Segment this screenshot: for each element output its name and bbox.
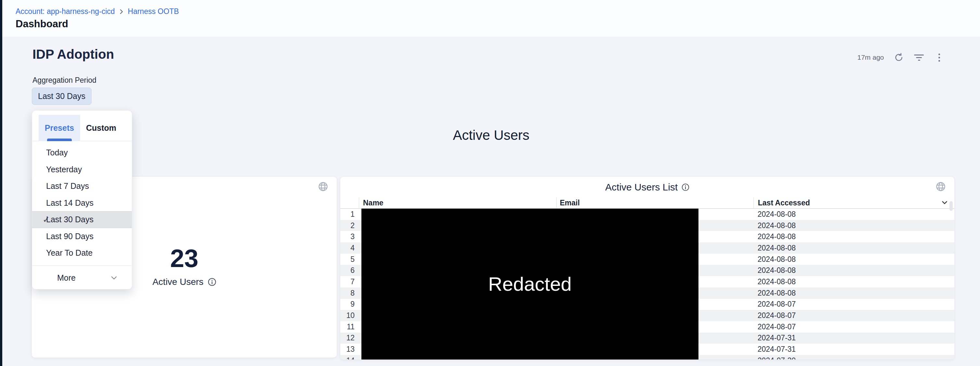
- cell-num: 13: [340, 344, 359, 355]
- column-header-email[interactable]: Email: [556, 197, 753, 208]
- breadcrumb-dashboard-link[interactable]: Harness OOTB: [128, 7, 179, 16]
- date-range-dropdown: Presets Custom TodayYesterdayLast 7 Days…: [32, 110, 132, 290]
- cell-num: 11: [340, 321, 359, 333]
- column-header-last-accessed[interactable]: Last Accessed: [753, 197, 955, 208]
- cell-num: 8: [340, 287, 359, 299]
- breadcrumb-account-link[interactable]: Account: app-harness-ng-cicd: [16, 7, 115, 16]
- cell-last: 2024-08-07: [753, 321, 955, 333]
- preset-option[interactable]: Last 90 Days: [32, 228, 132, 245]
- section-heading: Active Users: [2, 128, 980, 143]
- aggregation-period-label: Aggregation Period: [32, 76, 97, 85]
- column-header-label: Last Accessed: [758, 198, 810, 208]
- tab-presets[interactable]: Presets: [39, 115, 80, 141]
- kebab-menu-icon[interactable]: [934, 52, 944, 63]
- cell-last: 2024-07-30: [753, 355, 955, 360]
- cell-num: 7: [340, 276, 359, 287]
- filter-icon[interactable]: [914, 52, 924, 63]
- more-label: More: [32, 273, 76, 283]
- globe-icon[interactable]: [935, 181, 946, 192]
- preset-option[interactable]: Today: [32, 144, 132, 161]
- cell-num: 3: [340, 231, 359, 242]
- preset-list: TodayYesterdayLast 7 DaysLast 14 Days✓La…: [32, 141, 132, 261]
- cell-last: 2024-07-31: [753, 333, 955, 344]
- dropdown-tabs: Presets Custom: [32, 111, 132, 141]
- preset-option-label: Last 90 Days: [46, 232, 94, 241]
- cell-num: 14: [340, 355, 359, 360]
- cell-last: 2024-08-08: [753, 276, 955, 287]
- cell-last: 2024-08-08: [753, 287, 955, 299]
- redaction-overlay: Redacted: [361, 209, 698, 360]
- stat-label: Active Users: [152, 277, 203, 287]
- preset-option-label: Yesterday: [46, 165, 82, 174]
- cell-last: 2024-08-07: [753, 310, 955, 321]
- cell-last: 2024-08-07: [753, 299, 955, 310]
- breadcrumb: Account: app-harness-ng-cicd Harness OOT…: [16, 7, 179, 16]
- dashboard-toolbar: 17m ago: [857, 52, 944, 63]
- cell-last: 2024-08-08: [753, 242, 955, 254]
- check-icon: ✓: [32, 214, 46, 225]
- collapsed-sidebar-edge: [0, 0, 2, 366]
- cell-last: 2024-07-31: [753, 344, 955, 355]
- chevron-right-icon: [119, 9, 124, 14]
- table-header-row: Name Email Last Accessed: [340, 197, 955, 209]
- preset-option-label: Last 14 Days: [46, 198, 94, 208]
- column-header-name[interactable]: Name: [359, 197, 556, 208]
- tab-custom[interactable]: Custom: [84, 115, 118, 141]
- preset-option-label: Last 7 Days: [46, 181, 89, 191]
- preset-option[interactable]: Last 7 Days: [32, 178, 132, 195]
- preset-option-label: Last 30 Days: [46, 215, 94, 224]
- cell-last: 2024-08-08: [753, 220, 955, 231]
- active-users-list-card: Active Users List Name Email Last Access…: [340, 177, 955, 360]
- cell-num: 10: [340, 310, 359, 321]
- cell-last: 2024-08-08: [753, 265, 955, 276]
- preset-option-label: Year To Date: [46, 248, 92, 258]
- more-option[interactable]: More: [32, 265, 132, 290]
- preset-option[interactable]: Year To Date: [32, 245, 132, 261]
- table-body: 12024-08-0822024-08-0832024-08-0842024-0…: [340, 209, 955, 360]
- chevron-down-icon[interactable]: [941, 199, 948, 206]
- table-title: Active Users List: [605, 182, 678, 193]
- page-header: Account: app-harness-ng-cicd Harness OOT…: [2, 0, 980, 36]
- cell-num: 5: [340, 254, 359, 265]
- redaction-label: Redacted: [488, 273, 572, 295]
- cell-last: 2024-08-08: [753, 254, 955, 265]
- scrollbar-thumb[interactable]: [950, 201, 953, 211]
- page-title: Dashboard: [16, 18, 68, 30]
- info-icon[interactable]: [682, 183, 689, 191]
- row-number-header: [340, 197, 359, 208]
- aggregation-period-button[interactable]: Last 30 Days: [32, 88, 92, 105]
- table-title-row: Active Users List: [340, 177, 955, 197]
- cell-num: 2: [340, 220, 359, 231]
- dashboard-title: IDP Adoption: [32, 47, 114, 62]
- cell-num: 9: [340, 299, 359, 310]
- preset-option[interactable]: Yesterday: [32, 161, 132, 178]
- info-icon[interactable]: [208, 278, 216, 286]
- cell-num: 12: [340, 333, 359, 344]
- last-refresh-time: 17m ago: [857, 54, 884, 61]
- cell-num: 6: [340, 265, 359, 276]
- chevron-down-icon: [110, 274, 118, 281]
- cell-last: 2024-08-08: [753, 231, 955, 242]
- preset-option[interactable]: Last 14 Days: [32, 195, 132, 212]
- cell-last: 2024-08-08: [753, 209, 955, 220]
- cell-num: 1: [340, 209, 359, 220]
- preset-option[interactable]: ✓Last 30 Days: [32, 211, 132, 228]
- preset-option-label: Today: [46, 148, 68, 157]
- cell-num: 4: [340, 242, 359, 254]
- refresh-icon[interactable]: [894, 52, 904, 63]
- globe-icon[interactable]: [318, 181, 328, 192]
- dashboard-content: IDP Adoption 17m ago Aggregation Period …: [2, 36, 980, 366]
